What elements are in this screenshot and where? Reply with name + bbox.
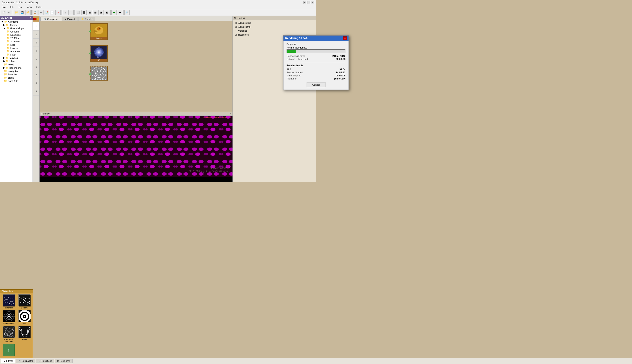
tree-item-samples[interactable]: 📁 Samples: [0, 73, 33, 76]
tab-playlist-icon: ▶: [65, 18, 66, 20]
toolbar-save[interactable]: 💾: [20, 10, 25, 15]
toolbar-btn2[interactable]: ⬛: [81, 10, 87, 15]
svg-rect-26: [40, 116, 232, 177]
folder-icon: 📁: [4, 73, 7, 76]
alpha-channel-icon: ⊞: [234, 25, 237, 28]
row-1: 1: [33, 22, 39, 30]
tab-events[interactable]: ⚡ Events: [78, 17, 95, 21]
minimize-button[interactable]: –: [303, 1, 306, 4]
alpha-channel-item[interactable]: ⊞ Alpha chann: [234, 25, 315, 28]
expand-icon: ▼: [1, 20, 4, 23]
progress-section-label: Progress: [286, 43, 316, 46]
right-panel-items: ⊞ Alpha output ⊞ Alpha chann + Variables…: [233, 20, 316, 37]
toolbar-btn4[interactable]: ▦: [93, 10, 98, 15]
toolbar-back[interactable]: ↺: [1, 10, 6, 15]
main-layout: 2D Effect × ▼ 📁 All effects ▶ 📁 Klumsy ▼…: [0, 16, 316, 182]
tree-item-advanced[interactable]: 📁 Advanced: [0, 50, 33, 53]
tree-label: Mavrick: [10, 57, 18, 59]
toolbar-forward[interactable]: ⟳: [7, 10, 12, 15]
close-button[interactable]: ×: [311, 1, 314, 4]
image-node-label: Image: [91, 37, 107, 40]
tree-item-2deffect[interactable]: 📁 2D Effect: [0, 36, 33, 40]
3d-node[interactable]: 3D 3D: [90, 45, 108, 62]
toolbar-copy[interactable]: 📋: [33, 10, 38, 15]
toolbar-rec[interactable]: ⏺: [117, 10, 122, 15]
toolbar-down[interactable]: ↓: [68, 10, 74, 15]
tree-label: Samples: [8, 73, 17, 76]
fps-label: FPS: [286, 68, 291, 71]
tree-item-petes[interactable]: 📁 Petes: [0, 63, 33, 66]
time-elapsed-row: Time Elapsed 00:00:05: [286, 74, 316, 77]
title-bar: Composition #1848 - visualJockey – □ ×: [0, 0, 316, 5]
toolbar-cut[interactable]: ✂: [38, 10, 44, 15]
menu-file[interactable]: File: [1, 5, 7, 9]
toolbar-play[interactable]: ▶: [111, 10, 117, 15]
menu-list[interactable]: List: [18, 5, 23, 9]
menu-bar: File Edit List View Help: [0, 5, 316, 9]
render-details-label: Render details: [286, 64, 316, 67]
tree-item-klumsy[interactable]: ▶ 📁 Klumsy: [0, 23, 33, 26]
toolbar-btn6[interactable]: ▣: [104, 10, 109, 15]
tree-item-black[interactable]: 📁 Black: [0, 76, 33, 79]
toolbar-new[interactable]: 📂: [25, 10, 31, 15]
toolbar-search[interactable]: 🔍: [124, 10, 130, 15]
tree-item-resource[interactable]: 📁 Resource: [0, 33, 33, 36]
canvas-area[interactable]: Image: [40, 21, 232, 112]
distort-node-connector: [89, 73, 91, 75]
menu-view[interactable]: View: [26, 5, 33, 9]
tree-item-3deffect[interactable]: 📁 3D Effect: [0, 40, 33, 43]
distort-node[interactable]: [90, 66, 108, 80]
toolbar-up[interactable]: ↑: [63, 10, 68, 15]
folder-icon: 📁: [6, 56, 9, 59]
effects-tree: ▼ 📁 All effects ▶ 📁 Klumsy ▼ 📁 Green Hip…: [0, 20, 33, 182]
menu-edit[interactable]: Edit: [9, 5, 15, 9]
toolbar-btn1[interactable]: ⬜: [76, 10, 81, 15]
expand-icon: ▶: [3, 56, 5, 59]
menu-help[interactable]: Help: [35, 5, 42, 9]
progress-status-text: Normal Rendering...: [286, 46, 316, 49]
preview-close[interactable]: ×: [230, 112, 231, 115]
toolbar-btn3[interactable]: ▦: [87, 10, 92, 15]
tree-item-all-effects[interactable]: ▼ 📁 All effects: [0, 20, 33, 23]
toolbar-btn5[interactable]: ▣: [98, 10, 104, 15]
row-numbers: 1 2 3 4 5 6 7 8 9: [33, 22, 39, 96]
toolbar-delete[interactable]: 📄: [50, 10, 55, 15]
tree-item-navigation[interactable]: 📁 Navigation: [0, 70, 33, 73]
row-2: 2: [33, 30, 39, 39]
folder-icon: 📁: [4, 20, 7, 23]
debug-text: communications: results: results:: [203, 116, 232, 119]
left-panel-title: 2D Effect: [1, 16, 12, 19]
alpha-output-item[interactable]: ⊞ Alpha output: [234, 21, 315, 24]
toolbar-cancel[interactable]: ✕: [55, 10, 61, 15]
alpha-output-icon: ⊞: [234, 21, 237, 24]
row-8: 8: [33, 79, 39, 88]
tab-playlist[interactable]: ▶ Playlist: [62, 17, 78, 21]
toolbar-paste[interactable]: 📑: [44, 10, 49, 15]
svg-point-4: [99, 28, 100, 28]
tree-item-mavrick[interactable]: ▶ 📁 Mavrick: [0, 56, 33, 60]
tabs-bar: 🎵 Composer ▶ Playlist ⚡ Events: [40, 16, 232, 21]
tree-label: Ultra: [10, 60, 15, 62]
rendering-frame-row: Rendering Frame 218 of 1342: [286, 55, 316, 57]
tree-item-pdoom[interactable]: ▶ 📁 pdoom one: [0, 66, 33, 70]
variables-item[interactable]: + Variables: [234, 29, 315, 32]
filename-row: Filename planet.avi: [286, 77, 316, 80]
3d-node-connector: [89, 52, 91, 54]
tree-item-generic[interactable]: 📁 Generic: [0, 30, 33, 33]
tree-item-layers[interactable]: 📁 Layers: [0, 46, 33, 50]
tree-item-misc[interactable]: 📁 Misc: [0, 43, 33, 46]
right-panel-title: Debug: [237, 17, 245, 19]
tree-item-green-hippo[interactable]: ▼ 📁 Green Hippo: [0, 26, 33, 30]
tree-item-filter[interactable]: 📁 Filter: [0, 53, 33, 56]
left-panel-close[interactable]: ×: [30, 16, 32, 19]
preview-panel: Preview ×: [40, 112, 232, 182]
cancel-button[interactable]: Cancel: [306, 82, 316, 88]
tab-composer-label: Composer: [47, 18, 59, 20]
tree-item-nash-arts[interactable]: 📁 Nash Arts: [0, 79, 33, 82]
tab-composer[interactable]: 🎵 Composer: [41, 17, 61, 21]
image-node[interactable]: Image: [90, 23, 108, 40]
toolbar-open[interactable]: 📁: [14, 10, 19, 15]
maximize-button[interactable]: □: [307, 1, 310, 4]
folder-icon: 📁: [4, 76, 7, 79]
tree-item-ultra[interactable]: ▶ 📁 Ultra: [0, 60, 33, 63]
